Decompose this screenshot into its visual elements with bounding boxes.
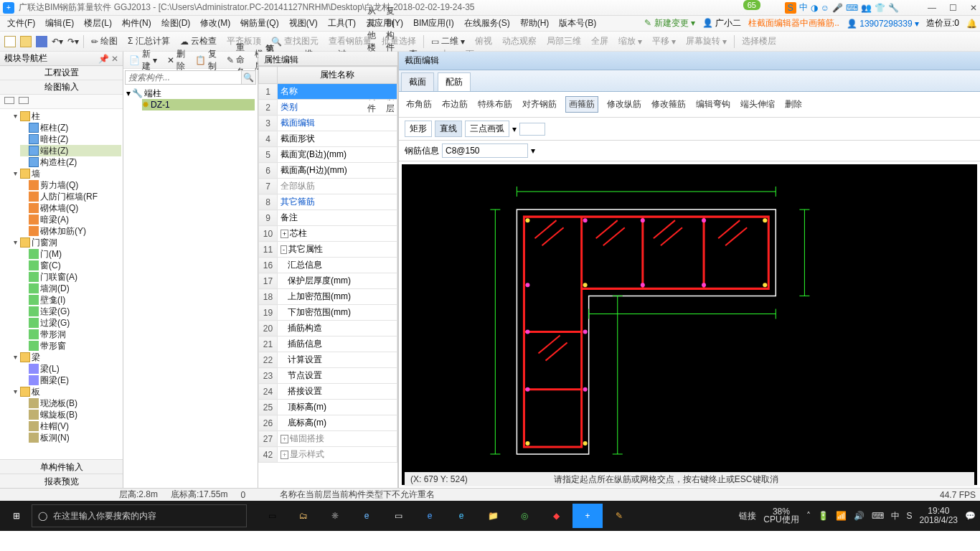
app-icon[interactable]: ✎ — [604, 504, 634, 528]
tab-section[interactable]: 截面 — [401, 72, 434, 91]
prop-row[interactable]: 底标高(m) — [278, 415, 397, 431]
redo-icon[interactable]: ↷▾ — [67, 37, 79, 47]
rebar-op[interactable]: 对齐钢筋 — [521, 97, 558, 112]
action-center-icon[interactable]: 💬 — [965, 511, 976, 521]
explorer-icon[interactable]: 🗂 — [288, 504, 319, 528]
menu-view[interactable]: 视图(V) — [285, 16, 322, 31]
tree-group[interactable]: ▾ 墙 — [11, 168, 121, 179]
rebar-op[interactable]: 编辑弯钩 — [694, 97, 732, 112]
rebar-info-input[interactable] — [442, 143, 528, 158]
report-preview-btn[interactable]: 报表预览 — [0, 474, 123, 488]
zoom-btn[interactable]: 缩放 ▾ — [616, 34, 645, 49]
new-component-btn[interactable]: 📄 新建 ▾ — [126, 47, 160, 74]
tree-group[interactable]: ▾ 梁 — [11, 352, 121, 363]
store-icon[interactable]: ▭ — [383, 504, 413, 528]
ie-icon[interactable]: e — [446, 504, 476, 528]
link-label[interactable]: 链接 — [739, 510, 756, 522]
menu-edit[interactable]: 编辑(E) — [41, 16, 78, 31]
menu-component[interactable]: 构件(N) — [118, 16, 156, 31]
hint-label[interactable]: 柱截面编辑器中画箍筋.. — [748, 17, 839, 29]
ime-item[interactable]: 中 — [799, 1, 808, 14]
tree-item[interactable]: 剪力墙(Q) — [20, 179, 121, 191]
taskview-icon[interactable]: ▭ — [257, 504, 287, 528]
volume-icon[interactable]: 🔊 — [854, 511, 864, 521]
tree-item[interactable]: 人防门框墙(RF — [20, 191, 121, 202]
pan-btn[interactable]: 平移 ▾ — [649, 34, 679, 49]
menu-online[interactable]: 在线服务(S) — [460, 16, 514, 31]
fullscreen-btn[interactable]: 全屏 — [588, 34, 611, 49]
nav-btn-draw[interactable]: 绘图输入 — [0, 80, 123, 95]
keyboard-icon[interactable]: ⌨ — [872, 511, 884, 521]
draw-btn[interactable]: ✏ 绘图 — [88, 34, 121, 49]
prop-row[interactable]: 搭接设置 — [278, 384, 397, 400]
tree-item[interactable]: 窗(C) — [20, 260, 121, 271]
ime-item[interactable]: 👥 — [861, 3, 872, 13]
mode-rect[interactable]: 矩形 — [405, 121, 432, 137]
prop-row[interactable]: 截面宽(B边)(mm) — [278, 147, 397, 163]
ime-item[interactable]: 🎤 — [832, 3, 843, 13]
rebar-op[interactable]: 修改箍筋 — [650, 97, 687, 112]
dropdown-icon[interactable]: ▾ — [531, 146, 535, 156]
component-tree[interactable]: ▾🔧 端柱 ✹ DZ-1 — [123, 86, 258, 112]
app-icon[interactable]: ◎ — [509, 504, 540, 528]
dropdown-icon[interactable]: ▾ — [512, 124, 517, 134]
prop-row[interactable]: 截面形状 — [278, 131, 397, 147]
close-button[interactable]: ✕ — [970, 3, 977, 13]
tree-item[interactable]: 壁龛(I) — [20, 294, 121, 306]
prop-row[interactable]: 上加密范围(mm) — [278, 289, 397, 305]
tree-item[interactable]: 门联窗(A) — [20, 271, 121, 283]
menu-draw[interactable]: 绘图(D) — [157, 16, 195, 31]
section-canvas[interactable]: 900 300 700 550 850 — [402, 164, 977, 485]
app-icon[interactable]: ❋ — [320, 504, 350, 528]
single-input-btn[interactable]: 单构件输入 — [0, 459, 123, 474]
tree-item[interactable]: 砌体加筋(Y) — [20, 225, 121, 237]
prop-row[interactable]: 类别 — [278, 100, 397, 116]
nav-btn-settings[interactable]: 工程设置 — [0, 66, 123, 80]
ime-item[interactable]: ◑ — [811, 3, 818, 13]
rebar-op[interactable]: 端头伸缩 — [739, 97, 776, 112]
tree-item[interactable]: 暗梁(A) — [20, 214, 121, 225]
ime-icon[interactable]: 中 — [891, 510, 900, 522]
rebar-op[interactable]: 修改纵筋 — [606, 97, 643, 112]
menu-tool[interactable]: 工具(T) — [324, 16, 360, 31]
prop-row[interactable]: 其它箍筋 — [278, 194, 397, 210]
phone-label[interactable]: 👤 13907298339 ▾ — [847, 19, 919, 29]
tree-item[interactable]: 端柱(Z) — [20, 145, 121, 156]
user-label[interactable]: 👤 广小二 — [702, 17, 741, 29]
prop-row[interactable]: 保护层厚度(mm) — [278, 273, 397, 289]
tray-up-icon[interactable]: ˄ — [806, 511, 811, 521]
prop-row[interactable]: 节点设置 — [278, 368, 397, 384]
menu-floor[interactable]: 楼层(L) — [80, 16, 116, 31]
tree-item[interactable]: 墙洞(D) — [20, 283, 121, 294]
prop-row[interactable]: 备注 — [278, 210, 397, 226]
nav-tree[interactable]: ▾ 柱 框柱(Z) 暗柱(Z) 端柱(Z) 构造柱(Z)▾ 墙 剪力墙(Q) 人… — [0, 109, 123, 459]
layout-icon[interactable] — [4, 97, 14, 104]
mode-arc[interactable]: 三点画弧 — [465, 121, 509, 137]
mode-line[interactable]: 直线 — [435, 121, 462, 137]
tree-group[interactable]: ▾ 板 — [11, 386, 121, 397]
menu-modify[interactable]: 修改(M) — [196, 16, 235, 31]
rebar-op[interactable]: 特殊布筋 — [476, 97, 514, 112]
new-icon[interactable] — [4, 36, 16, 47]
tree-item[interactable]: 砌体墙(Q) — [20, 202, 121, 214]
copy-component-btn[interactable]: 📋 复制 — [192, 47, 220, 74]
ime-item[interactable]: ☺ — [821, 3, 829, 13]
prop-row[interactable]: 截面编辑 — [278, 116, 397, 131]
folder-icon[interactable]: 📁 — [478, 504, 508, 528]
tree-item[interactable]: 连梁(G) — [20, 306, 121, 317]
edge-icon[interactable]: e — [352, 504, 382, 528]
bell-icon[interactable]: 🔔 — [966, 19, 977, 29]
tree-item[interactable]: 过梁(G) — [20, 317, 121, 329]
rebar-op[interactable]: 删除 — [783, 97, 804, 112]
menu-help[interactable]: 帮助(H) — [516, 16, 554, 31]
ime-item[interactable]: 🔧 — [888, 3, 899, 13]
dynobs-btn[interactable]: 动态观察 — [499, 34, 540, 49]
wifi-icon[interactable]: 📶 — [836, 511, 847, 521]
tree-item[interactable]: 门(M) — [20, 248, 121, 260]
menu-bim[interactable]: BIM应用(I) — [409, 16, 458, 31]
edge2-icon[interactable]: e — [415, 504, 445, 528]
prop-row[interactable]: 顶标高(m) — [278, 400, 397, 415]
tree-item[interactable]: 现浇板(B) — [20, 397, 121, 409]
tree-item[interactable]: 带形窗 — [20, 340, 121, 352]
tree-item[interactable]: 梁(L) — [20, 363, 121, 375]
